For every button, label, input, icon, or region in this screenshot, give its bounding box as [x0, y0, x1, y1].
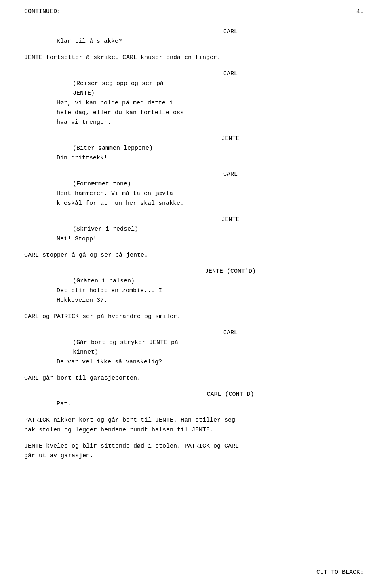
dialogue-line: De var vel ikke så vanskelig?	[57, 357, 331, 367]
action-line: JENTE kveles og blir sittende død i stol…	[24, 442, 364, 461]
action-line: CARL og PATRICK ser på hverandre og smil…	[24, 312, 364, 322]
scene-block-1: CARL Klar til å snakke?	[24, 27, 364, 47]
dialogue-line: Nei! Stopp!	[57, 234, 331, 244]
scene-block-4: CARL (Fornærmet tone) Hent hammeren. Vi …	[24, 170, 364, 208]
continued-label: CONTINUED:	[24, 8, 61, 15]
scene-block-8: CARL (CONT'D) Pat.	[24, 390, 364, 409]
dialogue-line: Hør, vi kan holde på med dette ihele dag…	[57, 98, 331, 127]
character-name: CARL	[97, 328, 364, 338]
scene-block-2: CARL (Reiser seg opp og ser påJENTE) Hør…	[24, 69, 364, 127]
parenthetical-line: (Går bort og stryker JENTE påkinnet)	[73, 338, 315, 357]
dialogue-prefix: Pat.	[57, 399, 71, 409]
character-name: JENTE	[97, 215, 364, 225]
dialogue-line: Hent hammeren. Vi må ta en jævlakneskål …	[57, 189, 331, 208]
action-line: CARL stopper å gå og ser på jente.	[24, 250, 364, 260]
parenthetical-line: (Reiser seg opp og ser påJENTE)	[73, 79, 315, 98]
page-footer: CUT TO BLACK:	[316, 569, 364, 576]
action-line: CARL går bort til garasjeporten.	[24, 374, 364, 383]
scene-block-6: JENTE (CONT'D) (Gråten i halsen) Det bli…	[24, 267, 364, 306]
scene-block-3: JENTE (Biter sammen leppene) Din drittse…	[24, 134, 364, 163]
screenplay-page: CONTINUED: 4. CARL Klar til å snakke? JE…	[0, 0, 388, 588]
dialogue-line: Det blir holdt en zombie... IHekkeveien …	[57, 286, 331, 306]
page-number: 4.	[356, 8, 364, 15]
script-content: CARL Klar til å snakke? JENTE fortsetter…	[24, 27, 364, 461]
cut-to-label: CUT TO BLACK:	[316, 569, 364, 576]
scene-block-5: JENTE (Skriver i redsel) Nei! Stopp!	[24, 215, 364, 244]
parenthetical-line: (Biter sammen leppene)	[73, 144, 315, 153]
character-name: CARL	[97, 27, 364, 37]
scene-block-7: CARL (Går bort og stryker JENTE påkinnet…	[24, 328, 364, 367]
character-name: JENTE (CONT'D)	[97, 267, 364, 276]
dialogue-line: Din drittsekk!	[57, 153, 331, 163]
page-header: CONTINUED: 4.	[24, 8, 364, 15]
dialogue-line: Klar til å snakke?	[57, 37, 331, 47]
character-name: JENTE	[97, 134, 364, 144]
action-line: JENTE fortsetter å skrike. CARL knuser e…	[24, 53, 364, 63]
parenthetical-line: (Fornærmet tone)	[73, 179, 315, 189]
parenthetical-line: (Gråten i halsen)	[73, 276, 315, 286]
action-line: PATRICK nikker kort og går bort til JENT…	[24, 416, 364, 435]
character-name: CARL (CONT'D)	[97, 390, 364, 399]
parenthetical-line: (Skriver i redsel)	[73, 225, 315, 234]
character-name: CARL	[97, 69, 364, 79]
character-name: CARL	[97, 170, 364, 179]
